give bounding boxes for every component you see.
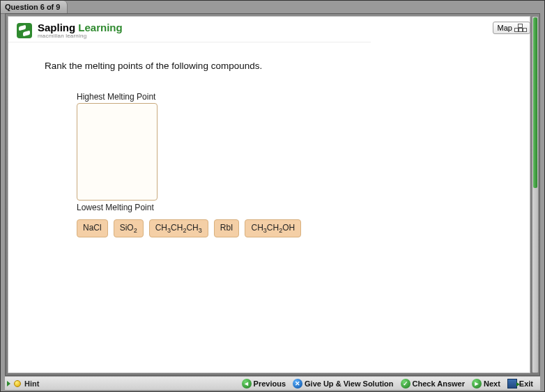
- question-prompt: Rank the melting points of the following…: [45, 61, 530, 71]
- hint-button[interactable]: Hint: [5, 379, 39, 388]
- title-bar: [1, 1, 544, 13]
- check-circle-icon: ✓: [401, 379, 410, 389]
- arrow-left-icon: ◄: [242, 379, 252, 389]
- sitemap-icon: [514, 24, 525, 32]
- next-label: Next: [484, 379, 500, 388]
- content-panel: Sapling Learning macmillan learning Rank…: [8, 16, 530, 373]
- highest-label: Highest Melting Point: [77, 92, 530, 102]
- compound-chip[interactable]: CH3CH2CH3: [149, 219, 208, 237]
- x-circle-icon: ✕: [293, 379, 302, 389]
- previous-button[interactable]: ◄ Previous: [242, 379, 286, 389]
- map-button[interactable]: Map: [493, 22, 530, 34]
- exit-door-icon: [507, 379, 517, 389]
- brand-text: Sapling Learning macmillan learning: [38, 22, 123, 39]
- exit-label: Exit: [519, 379, 533, 388]
- question-counter: Question 6 of 9: [5, 3, 60, 11]
- give-up-label: Give Up & View Solution: [305, 379, 394, 388]
- check-answer-button[interactable]: ✓ Check Answer: [401, 379, 465, 389]
- brand-title: Sapling Learning: [38, 22, 123, 33]
- check-label: Check Answer: [413, 379, 465, 388]
- hint-label: Hint: [24, 379, 39, 388]
- compound-chip[interactable]: CH3CH2OH: [245, 219, 301, 237]
- compound-chip[interactable]: NaCl: [77, 219, 108, 237]
- previous-label: Previous: [254, 379, 286, 388]
- vertical-scrollbar[interactable]: [532, 16, 539, 373]
- arrow-right-icon: ►: [472, 379, 482, 389]
- brand-title-b: Learning: [78, 22, 122, 33]
- footer-nav: ◄ Previous ✕ Give Up & View Solution ✓ C…: [242, 379, 540, 389]
- app-shell: Question 6 of 9 Sapling Learning macmill…: [0, 0, 545, 392]
- next-button[interactable]: ► Next: [472, 379, 500, 389]
- give-up-button[interactable]: ✕ Give Up & View Solution: [293, 379, 394, 389]
- map-label: Map: [498, 24, 512, 32]
- lowest-label: Lowest Melting Point: [77, 203, 530, 212]
- exit-button[interactable]: Exit: [507, 379, 533, 389]
- compound-chip-row: NaClSiO2CH3CH2CH3RbICH3CH2OH: [77, 219, 530, 237]
- brand-title-a: Sapling: [38, 22, 78, 33]
- brand-bar: Sapling Learning macmillan learning: [8, 17, 371, 42]
- scrollbar-thumb[interactable]: [533, 17, 537, 188]
- expand-icon: [7, 381, 10, 386]
- sapling-logo-icon: [17, 23, 32, 38]
- compound-chip[interactable]: RbI: [214, 219, 240, 237]
- lightbulb-icon: [14, 380, 21, 387]
- ranking-area: Highest Melting Point Lowest Melting Poi…: [77, 92, 530, 237]
- question-counter-tab: Question 6 of 9: [1, 1, 68, 14]
- compound-chip[interactable]: SiO2: [114, 219, 144, 237]
- brand-subtitle: macmillan learning: [38, 33, 123, 39]
- ranking-drop-target[interactable]: [77, 103, 158, 201]
- footer-bar: Hint ◄ Previous ✕ Give Up & View Solutio…: [5, 376, 540, 390]
